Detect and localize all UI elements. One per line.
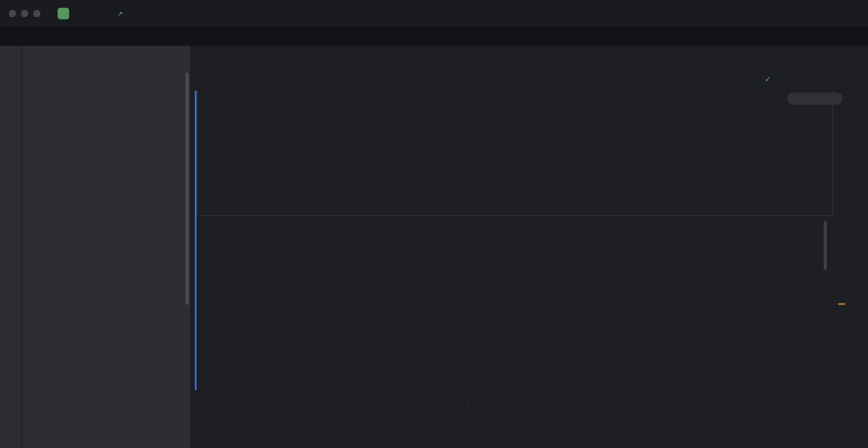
title-bar: ↗: [0, 0, 868, 28]
selected-cell-indicator: [195, 91, 196, 390]
prev-problem-icon[interactable]: [820, 95, 827, 102]
output-scrollbar[interactable]: [824, 221, 827, 270]
interpreter-chevron-icon: [800, 76, 807, 82]
zoom-window-button[interactable]: [33, 10, 40, 17]
project-panel-chevron-icon: [37, 54, 43, 60]
add-cell-button-group: [467, 401, 469, 403]
split-editor-icon[interactable]: [816, 74, 825, 83]
notebook-toolbar: ✓: [191, 67, 850, 91]
project-badge: [58, 8, 69, 19]
check-icon: ✓: [765, 74, 771, 83]
traffic-lights: [9, 10, 45, 17]
branch-chevron-icon: [126, 10, 133, 17]
more-options-icon[interactable]: [834, 74, 843, 83]
warning-stripe-mark[interactable]: [838, 303, 845, 305]
jupyter-icon: [784, 74, 793, 83]
inspections-widget[interactable]: [787, 93, 843, 105]
right-toolbar: [850, 46, 868, 448]
branch-widget[interactable]: ↗: [102, 9, 133, 18]
next-problem-icon[interactable]: [831, 95, 838, 102]
project-panel-header[interactable]: [22, 46, 190, 67]
goto-cell-button[interactable]: ✓: [765, 74, 775, 83]
ide-window: ↗ ✓: [0, 0, 868, 448]
project-panel: [22, 46, 191, 448]
close-window-button[interactable]: [9, 10, 16, 17]
warning-icon: [806, 95, 813, 102]
push-indicator-icon: ↗: [117, 10, 123, 18]
window-tab-bar: [0, 28, 868, 46]
interpreter-selector[interactable]: [784, 74, 807, 83]
project-chevron-icon[interactable]: [76, 10, 83, 17]
project-scrollbar[interactable]: [185, 72, 189, 305]
editor-tab-bar: [191, 46, 850, 67]
cell-frame: [197, 91, 833, 216]
minimize-window-button[interactable]: [21, 10, 28, 17]
git-branch-icon: [102, 9, 111, 18]
warning-icon: [792, 95, 799, 102]
editor-area: ✓: [191, 46, 850, 448]
activity-bar: [0, 46, 22, 448]
notebook-editor: [191, 91, 850, 448]
